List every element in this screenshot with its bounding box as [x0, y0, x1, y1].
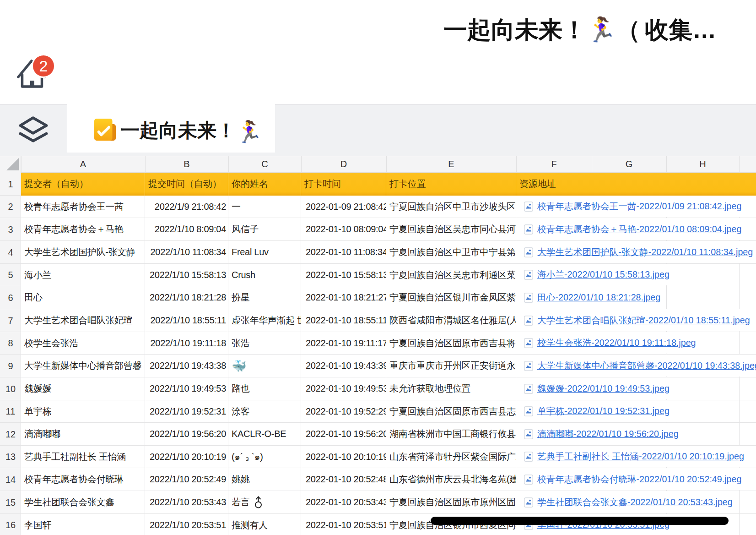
svg-text:2: 2 [39, 57, 48, 75]
